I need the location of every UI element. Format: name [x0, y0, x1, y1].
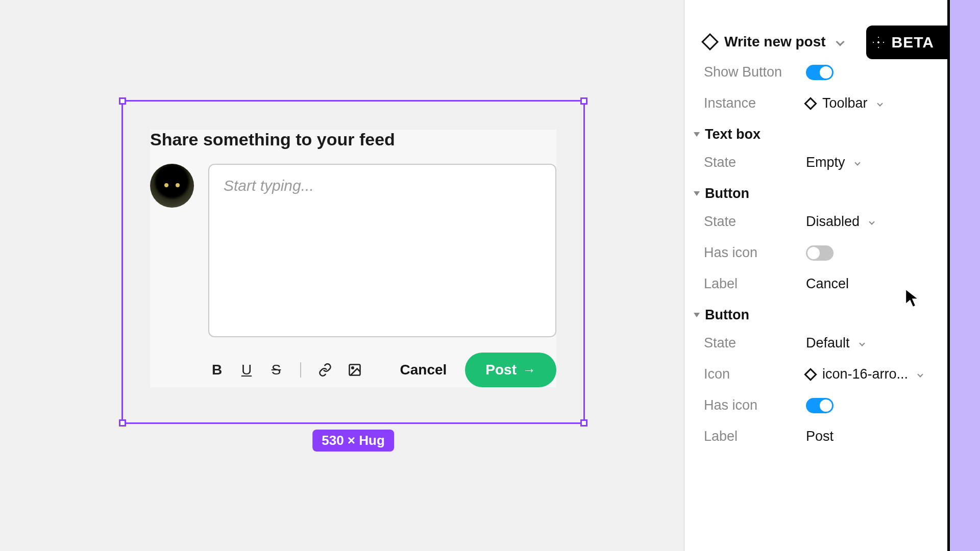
post-button[interactable]: Post →	[465, 353, 556, 387]
arrow-right-icon: →	[523, 362, 536, 378]
resize-handle-br[interactable]	[580, 419, 587, 427]
right-strip	[947, 0, 980, 551]
prop-button1-hasicon: Has icon	[704, 245, 928, 261]
prop-show-button: Show Button	[704, 64, 928, 80]
strikethrough-icon[interactable]: S	[267, 361, 285, 379]
prop-button2-label: Label Post	[704, 429, 928, 444]
prop-label: State	[704, 155, 806, 170]
prop-textbox-state: State Empty	[704, 155, 928, 170]
prop-button1-state: State Disabled	[704, 214, 928, 230]
prop-button1-label: Label Cancel	[704, 276, 928, 292]
prop-label: Show Button	[704, 64, 806, 80]
caret-down-icon	[694, 132, 700, 137]
show-button-toggle[interactable]	[806, 65, 834, 80]
prop-label: Icon	[704, 366, 806, 382]
prop-label: State	[704, 335, 806, 351]
svg-point-1	[352, 367, 354, 369]
prop-label: Instance	[704, 95, 806, 111]
post-textbox[interactable]	[208, 164, 556, 337]
link-icon[interactable]	[316, 361, 334, 379]
state-value: Disabled	[806, 214, 860, 230]
inspector-panel: BETA Write new post Show Button Instance…	[684, 0, 947, 551]
image-icon[interactable]	[346, 361, 363, 379]
toolbar-separator	[300, 362, 301, 378]
section-title: Text box	[705, 127, 761, 142]
prop-button2-hasicon: Has icon	[704, 397, 928, 413]
has-icon-toggle[interactable]	[806, 398, 834, 413]
underline-icon[interactable]: U	[238, 361, 255, 379]
section-button-2[interactable]: Button	[694, 307, 928, 323]
card-title: Share something to your feed	[150, 130, 556, 149]
bold-icon[interactable]: B	[208, 361, 226, 379]
state-dropdown[interactable]: Default	[806, 335, 864, 351]
chevron-down-icon	[917, 371, 923, 377]
component-name: Write new post	[724, 34, 826, 50]
has-icon-toggle[interactable]	[806, 245, 834, 261]
icon-value: icon-16-arro...	[822, 366, 908, 382]
section-title: Button	[705, 307, 749, 323]
state-dropdown[interactable]: Empty	[806, 155, 860, 170]
label-value[interactable]: Cancel	[806, 276, 849, 292]
cancel-button[interactable]: Cancel	[394, 353, 453, 387]
state-value: Empty	[806, 155, 845, 170]
chevron-down-icon	[859, 340, 865, 346]
component-icon	[701, 33, 719, 51]
format-toolbar: B U S	[208, 361, 363, 379]
section-title: Button	[705, 186, 749, 202]
prop-label: State	[704, 214, 806, 230]
resize-handle-tr[interactable]	[580, 97, 587, 105]
prop-button2-icon: Icon icon-16-arro...	[704, 366, 928, 382]
chevron-down-icon	[877, 101, 883, 106]
prop-label: Label	[704, 429, 806, 444]
prop-button2-state: State Default	[704, 335, 928, 351]
prop-label: Label	[704, 276, 806, 292]
chevron-down-icon	[836, 38, 844, 46]
section-textbox[interactable]: Text box	[694, 127, 928, 142]
icon-dropdown[interactable]: icon-16-arro...	[806, 366, 922, 382]
state-dropdown[interactable]: Disabled	[806, 214, 874, 230]
avatar	[150, 164, 194, 208]
chevron-down-icon	[854, 160, 860, 165]
chevron-down-icon	[869, 219, 874, 224]
caret-down-icon	[694, 313, 700, 317]
resize-handle-tl[interactable]	[119, 97, 126, 105]
prop-label: Has icon	[704, 245, 806, 261]
post-button-label: Post	[485, 362, 517, 378]
dimension-badge: 530 × Hug	[312, 430, 394, 452]
label-value[interactable]: Post	[806, 429, 834, 444]
resize-handle-bl[interactable]	[119, 419, 126, 427]
caret-down-icon	[694, 191, 700, 196]
instance-value: Toolbar	[822, 95, 868, 111]
prop-instance: Instance Toolbar	[704, 95, 928, 111]
instance-icon	[804, 368, 817, 381]
instance-icon	[804, 97, 817, 110]
beta-badge: BETA	[866, 26, 947, 59]
post-composer-card[interactable]: Share something to your feed B U S Cance…	[150, 130, 556, 387]
design-canvas[interactable]: 530 × Hug Share something to your feed B…	[0, 0, 684, 551]
instance-dropdown[interactable]: Toolbar	[806, 95, 882, 111]
state-value: Default	[806, 335, 850, 351]
prop-label: Has icon	[704, 397, 806, 413]
section-button-1[interactable]: Button	[694, 186, 928, 202]
